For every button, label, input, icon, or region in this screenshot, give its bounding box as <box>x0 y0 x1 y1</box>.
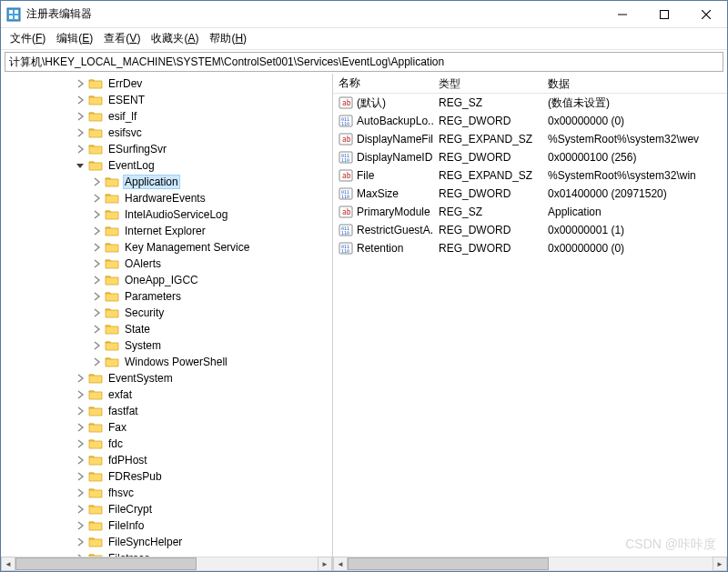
tree-item[interactable]: esifsvc <box>1 125 332 141</box>
registry-tree[interactable]: ErrDevESENTesif_lfesifsvcESurfingSvrEven… <box>1 74 332 557</box>
chevron-right-icon[interactable] <box>74 536 86 548</box>
chevron-right-icon[interactable] <box>74 77 86 90</box>
column-header-name[interactable]: 名称 <box>333 74 433 93</box>
value-row[interactable]: 011110RestrictGuestA...REG_DWORD0x000000… <box>333 221 727 239</box>
value-row[interactable]: 011110RetentionREG_DWORD0x00000000 (0) <box>333 239 727 257</box>
folder-icon <box>105 274 119 286</box>
tree-item[interactable]: fhsvc <box>1 485 332 501</box>
scroll-left-icon[interactable]: ◄ <box>333 557 348 571</box>
chevron-right-icon[interactable] <box>74 388 86 401</box>
value-row[interactable]: abPrimaryModuleREG_SZApplication <box>333 203 727 221</box>
menu-favorites[interactable]: 收藏夹(A) <box>146 29 204 48</box>
tree-item-label: Application <box>123 175 180 189</box>
scroll-left-icon[interactable]: ◄ <box>1 557 15 571</box>
chevron-right-icon[interactable] <box>74 405 86 417</box>
chevron-right-icon[interactable] <box>90 176 103 188</box>
tree-item[interactable]: FileCrypt <box>1 501 332 517</box>
chevron-right-icon[interactable] <box>90 290 103 303</box>
chevron-right-icon[interactable] <box>90 339 103 352</box>
tree-item[interactable]: EventLog <box>1 157 332 174</box>
menu-file[interactable]: 文件(F) <box>5 29 51 48</box>
tree-item[interactable]: OneApp_IGCC <box>1 272 332 288</box>
tree-item[interactable]: EventSystem <box>1 370 332 386</box>
folder-icon <box>88 454 103 467</box>
tree-item[interactable]: OAlerts <box>1 256 332 272</box>
address-bar[interactable]: 计算机\HKEY_LOCAL_MACHINE\SYSTEM\ControlSet… <box>5 52 723 72</box>
svg-rect-3 <box>9 15 13 19</box>
scroll-thumb[interactable] <box>348 557 549 570</box>
scroll-thumb[interactable] <box>15 557 197 570</box>
svg-text:110: 110 <box>341 194 349 199</box>
value-row[interactable]: abDisplayNameFileREG_EXPAND_SZ%SystemRoo… <box>333 130 727 148</box>
chevron-right-icon[interactable] <box>90 192 103 205</box>
scroll-right-icon[interactable]: ► <box>318 557 332 571</box>
menu-help[interactable]: 帮助(H) <box>204 29 252 48</box>
chevron-right-icon[interactable] <box>74 454 86 467</box>
scroll-track[interactable] <box>15 557 318 571</box>
chevron-right-icon[interactable] <box>90 257 103 270</box>
tree-item[interactable]: Filetrace <box>1 550 332 557</box>
chevron-right-icon[interactable] <box>90 323 103 336</box>
tree-item[interactable]: Application <box>1 174 332 190</box>
tree-item[interactable]: Windows PowerShell <box>1 354 332 370</box>
tree-item[interactable]: exfat <box>1 386 332 403</box>
tree-item[interactable]: fdc <box>1 436 332 452</box>
tree-item[interactable]: ErrDev <box>1 75 332 92</box>
chevron-right-icon[interactable] <box>90 225 103 237</box>
scroll-track[interactable] <box>348 557 713 571</box>
value-row[interactable]: abFileREG_EXPAND_SZ%SystemRoot%\system32… <box>333 166 727 185</box>
chevron-right-icon[interactable] <box>74 372 86 385</box>
tree-item[interactable]: fdPHost <box>1 452 332 468</box>
menu-edit[interactable]: 编辑(E) <box>51 29 98 48</box>
chevron-right-icon[interactable] <box>74 143 86 156</box>
tree-item-label: ESurfingSvr <box>106 143 168 156</box>
tree-item[interactable]: esif_lf <box>1 108 332 125</box>
value-row[interactable]: 011110AutoBackupLo...REG_DWORD0x00000000… <box>333 112 727 130</box>
chevron-right-icon[interactable] <box>74 437 86 450</box>
chevron-right-icon[interactable] <box>74 94 86 106</box>
tree-item[interactable]: Internet Explorer <box>1 223 332 239</box>
chevron-right-icon[interactable] <box>74 519 86 532</box>
value-type: REG_SZ <box>433 205 542 219</box>
tree-item[interactable]: State <box>1 321 332 337</box>
chevron-right-icon[interactable] <box>74 110 86 123</box>
value-list[interactable]: ab(默认)REG_SZ(数值未设置)011110AutoBackupLo...… <box>333 94 727 557</box>
tree-item[interactable]: Security <box>1 305 332 321</box>
tree-item[interactable]: fastfat <box>1 403 332 419</box>
close-button[interactable] <box>685 1 727 28</box>
maximize-button[interactable] <box>643 1 685 28</box>
value-type: REG_DWORD <box>433 241 542 256</box>
tree-item[interactable]: HardwareEvents <box>1 190 332 206</box>
scroll-right-icon[interactable]: ► <box>713 557 727 571</box>
tree-item[interactable]: FileSyncHelper <box>1 534 332 550</box>
tree-item[interactable]: FDResPub <box>1 468 332 485</box>
tree-item[interactable]: FileInfo <box>1 517 332 534</box>
value-row[interactable]: 011110MaxSizeREG_DWORD0x01400000 (209715… <box>333 185 727 203</box>
value-row[interactable]: 011110DisplayNameIDREG_DWORD0x00000100 (… <box>333 148 727 166</box>
chevron-right-icon[interactable] <box>90 356 103 368</box>
list-hscrollbar[interactable]: ◄ ► <box>333 557 727 571</box>
tree-item[interactable]: IntelAudioServiceLog <box>1 206 332 223</box>
menu-view[interactable]: 查看(V) <box>98 29 146 48</box>
chevron-right-icon[interactable] <box>74 421 86 434</box>
value-row[interactable]: ab(默认)REG_SZ(数值未设置) <box>333 94 727 112</box>
tree-item[interactable]: ESurfingSvr <box>1 141 332 157</box>
chevron-right-icon[interactable] <box>90 274 103 286</box>
chevron-right-icon[interactable] <box>74 503 86 516</box>
column-header-type[interactable]: 类型 <box>433 74 542 93</box>
tree-item[interactable]: System <box>1 337 332 354</box>
minimize-button[interactable] <box>602 1 643 28</box>
tree-item[interactable]: Key Management Service <box>1 239 332 256</box>
tree-item[interactable]: ESENT <box>1 92 332 108</box>
tree-item[interactable]: Fax <box>1 419 332 436</box>
tree-item[interactable]: Parameters <box>1 288 332 305</box>
column-header-data[interactable]: 数据 <box>542 74 727 93</box>
chevron-right-icon[interactable] <box>90 306 103 319</box>
chevron-down-icon[interactable] <box>74 159 86 172</box>
chevron-right-icon[interactable] <box>90 208 103 221</box>
chevron-right-icon[interactable] <box>74 470 86 483</box>
chevron-right-icon[interactable] <box>74 487 86 499</box>
tree-hscrollbar[interactable]: ◄ ► <box>1 557 332 571</box>
chevron-right-icon[interactable] <box>74 126 86 139</box>
chevron-right-icon[interactable] <box>90 241 103 254</box>
